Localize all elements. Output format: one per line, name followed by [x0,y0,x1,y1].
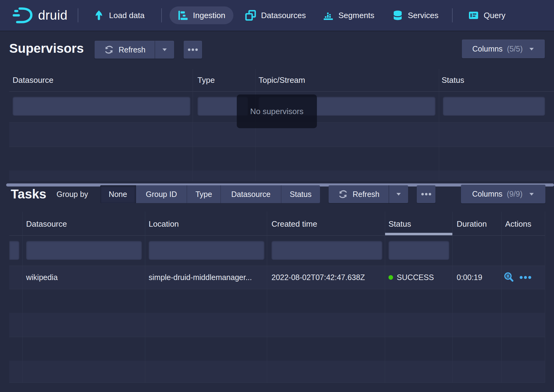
refresh-label: Refresh [353,190,380,199]
nav-divider [161,8,162,22]
no-supervisors-overlay: No supervisors [237,94,317,128]
tasks-header-created-time[interactable]: Created time [271,219,317,229]
top-nav-bar: druid Load data Ingestion [0,0,554,31]
tasks-title: Tasks [11,186,46,202]
nav-divider [452,8,453,22]
supervisors-refresh-button[interactable]: Refresh [95,41,155,59]
tasks-header-actions[interactable]: Actions [505,219,531,229]
table-row [9,337,545,361]
more-icon [421,193,431,196]
ellipsis-icon [520,276,531,279]
nav-item-label: Ingestion [193,11,225,20]
supervisors-header-topic-stream[interactable]: Topic/Stream [259,75,305,85]
services-icon [392,10,403,21]
tasks-header-location[interactable]: Location [149,219,179,229]
task-detail-magnifier-button[interactable] [503,272,514,283]
column-divider [22,212,23,382]
group-by-button-group: None Group ID Type Datasource Status [100,185,320,203]
task-actions-menu-button[interactable] [520,276,531,279]
columns-count: (9/9) [507,190,522,198]
tasks-refresh-button[interactable]: Refresh [329,185,389,203]
tasks-header-status[interactable]: Status [388,219,411,229]
column-divider [385,212,385,382]
chevron-down-icon [529,192,534,196]
tasks-more-button[interactable] [417,185,435,203]
supervisors-header-border [9,91,554,92]
table-row [9,289,545,313]
table-row [9,313,545,337]
supervisors-header-status[interactable]: Status [442,75,464,85]
supervisors-header-datasource[interactable]: Datasource [13,75,53,85]
column-divider [545,212,545,382]
table-row [9,147,554,171]
tasks-filter-datasource-input[interactable] [26,241,142,260]
column-divider [145,212,145,382]
status-sort-indicator [385,233,452,235]
task-datasource-cell[interactable]: wikipedia [26,266,58,289]
tasks-filter-task-id-input[interactable] [9,241,19,260]
druid-logo-icon [12,6,35,24]
nav-item-ingestion[interactable]: Ingestion [170,6,233,24]
tasks-columns-button[interactable]: Columns (9/9) [461,185,545,203]
group-by-datasource-button[interactable]: Datasource [221,185,281,203]
group-by-status-button[interactable]: Status [281,185,320,203]
refresh-icon [104,44,114,55]
column-divider [452,212,453,382]
group-by-label: Group by [57,189,88,199]
nav-item-query[interactable]: Query [468,0,505,31]
query-icon [468,10,479,21]
chevron-down-icon [529,47,534,51]
task-created-time-cell[interactable]: 2022-08-02T07:42:47.638Z [271,266,365,289]
nav-item-label: Segments [338,11,374,20]
table-row [9,361,545,383]
nav-divider [78,8,78,22]
supervisors-header-type[interactable]: Type [197,75,215,85]
group-by-none-button[interactable]: None [100,185,136,203]
column-divider [267,212,267,382]
tasks-filter-created-time-input[interactable] [271,241,382,260]
chevron-down-icon [162,48,167,52]
columns-label: Columns [472,44,503,53]
chevron-down-icon [396,192,401,196]
empty-message: No supervisors [250,107,303,116]
nav-item-label: Load data [109,11,145,20]
druid-console: druid Load data Ingestion [0,0,554,392]
tasks-filter-status-input[interactable] [388,241,449,260]
task-status-cell[interactable]: SUCCESS [388,266,434,289]
supervisors-filter-datasource-input[interactable] [13,97,190,116]
task-duration-cell[interactable]: 0:00:19 [457,266,482,289]
column-divider [193,69,193,181]
nav-item-services[interactable]: Services [392,0,439,31]
task-location-cell[interactable]: simple-druid-middlemanager... [149,266,252,289]
success-status-dot-icon [388,275,393,280]
supervisors-columns-button[interactable]: Columns (5/5) [462,40,545,58]
search-detail-icon [503,272,514,283]
brand-home[interactable]: druid [12,0,68,31]
tasks-header-duration[interactable]: Duration [457,219,487,229]
refresh-label: Refresh [119,45,146,54]
task-status-text: SUCCESS [397,273,434,282]
supervisors-more-button[interactable] [184,41,202,59]
tasks-filter-location-input[interactable] [149,241,264,260]
column-divider [501,212,502,382]
columns-label: Columns [472,190,502,198]
nav-item-datasources[interactable]: Datasources [245,0,306,31]
supervisors-title: Supervisors [9,40,84,56]
columns-count: (5/5) [507,44,523,53]
more-icon [188,48,198,51]
segments-icon [323,10,334,21]
tasks-header-border [9,235,545,236]
nav-item-label: Datasources [261,11,306,20]
refresh-icon [338,189,348,199]
nav-item-segments[interactable]: Segments [323,0,374,31]
tasks-refresh-interval-button[interactable] [389,185,408,203]
supervisors-refresh-interval-button[interactable] [155,41,174,59]
load-data-icon [93,10,104,21]
group-by-group-id-button[interactable]: Group ID [136,185,187,203]
datasources-icon [245,10,256,21]
nav-item-load-data[interactable]: Load data [93,0,145,31]
supervisors-filter-status-input[interactable] [443,97,545,116]
table-row [9,171,554,181]
group-by-type-button[interactable]: Type [187,185,221,203]
tasks-header-datasource[interactable]: Datasource [26,219,67,229]
